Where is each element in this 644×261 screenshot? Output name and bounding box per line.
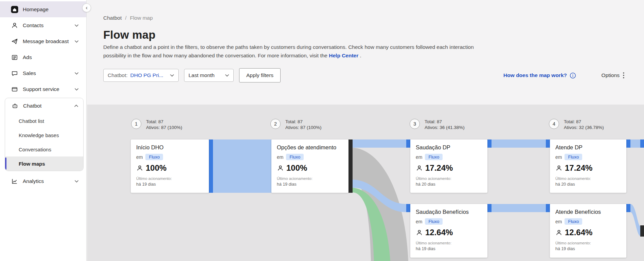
card-last-value: há 19 dias [555, 246, 621, 251]
flow-card-atende-dp[interactable]: Atende DP emFluxo 17.24% Último acioname… [550, 139, 626, 193]
card-em-label: em [555, 219, 562, 224]
ads-icon [11, 54, 18, 61]
description-end: . [360, 53, 361, 58]
sidebar-item-sales[interactable]: Sales [0, 65, 86, 81]
sidebar-item-chatbot[interactable]: Chatbot [5, 98, 83, 114]
sidebar-item-chatbot-list[interactable]: Chatbot list [5, 114, 83, 128]
sidebar-item-ads[interactable]: Ads [0, 49, 86, 65]
person-icon [555, 229, 562, 236]
flow-card-saudacao-beneficios[interactable]: Saudação Benefícios emFluxo 12.64% Últim… [410, 204, 487, 258]
sidebar-item-contacts[interactable]: Contacts [0, 17, 86, 33]
person-icon [416, 165, 423, 172]
flow-card-saudacao-dp[interactable]: Saudação DP emFluxo 17.24% Último aciona… [410, 139, 487, 193]
breadcrumb-separator: / [125, 15, 126, 21]
sidebar-item-message-broadcast[interactable]: Message broadcast [0, 33, 86, 49]
chevron-down-icon [74, 88, 79, 91]
column-total: Total: 87 [564, 119, 604, 125]
sankey-bar-saudacaobeneficios-in [406, 204, 410, 212]
card-title: Atende DP [555, 144, 621, 151]
breadcrumb: Chatbot / Flow map [103, 15, 153, 21]
card-last-value: há 19 dias [136, 182, 203, 187]
apply-filters-button[interactable]: Apply filters [239, 68, 281, 82]
map-help-link[interactable]: How does the map work? [503, 68, 576, 83]
flow-column-header-3: 3 Total: 87 Ativos: 36 (41.38%) [410, 119, 465, 130]
sidebar-item-knowledge-bases[interactable]: Knowledge bases [5, 128, 83, 142]
sidebar-item-homepage[interactable]: Homepage [0, 1, 86, 17]
sankey-bar-saudacaodp-in [406, 139, 410, 148]
chevron-down-icon [170, 74, 174, 77]
sidebar-collapse-button[interactable]: ‹ [82, 3, 91, 12]
sidebar-item-label: Contacts [23, 22, 43, 29]
sidebar-item-flow-maps[interactable]: Flow maps [5, 156, 83, 171]
breadcrumb-chatbot[interactable]: Chatbot [103, 15, 122, 21]
chatbot-select-label: Chatbot: [108, 72, 128, 78]
sidebar-item-label: Support service [23, 86, 59, 92]
person-icon [136, 165, 143, 172]
flow-card-opcoes-atendimento[interactable]: Opções de atendimento emFluxo 100% Últim… [271, 139, 348, 193]
chatbot-select[interactable]: Chatbot: DHO PG Pri... [103, 69, 179, 82]
card-title: Opções de atendimento [277, 144, 343, 151]
sidebar-subitem-label: Flow maps [19, 161, 45, 167]
flow-map-app: Homepage Contacts Message broadcast [0, 0, 644, 261]
card-em-label: em [555, 154, 562, 160]
sankey-bar-atendebeneficios-in [546, 204, 550, 212]
sidebar-chatbot-group: Chatbot Chatbot list Knowledge bases Con… [5, 98, 84, 171]
card-last-label: Último acionamento: [277, 176, 343, 181]
chevron-up-icon [74, 105, 78, 107]
kebab-menu-icon [623, 72, 624, 78]
sankey-bar-atendebeneficios-out [626, 204, 630, 212]
card-percent: 12.64% [565, 228, 592, 237]
sidebar-item-label: Homepage [23, 6, 49, 13]
sidebar-item-support-service[interactable]: Support service [0, 81, 86, 97]
options-label: Options [602, 72, 620, 78]
sankey-bar-saudacaobeneficios-out [487, 204, 491, 212]
sidebar: Homepage Contacts Message broadcast [0, 0, 87, 261]
flow-type-badge: Fluxo [145, 154, 163, 160]
send-icon [11, 38, 18, 45]
card-percent: 100% [286, 163, 307, 173]
card-em-label: em [416, 154, 422, 160]
column-active: Ativos: 87 (100%) [285, 125, 322, 130]
card-last-label: Último acionamento: [555, 176, 621, 181]
column-number-badge: 1 [131, 119, 141, 129]
sidebar-subitem-label: Knowledge bases [19, 132, 59, 138]
column-active: Ativos: 87 (100%) [146, 125, 182, 130]
flow-type-badge: Fluxo [286, 154, 304, 160]
flow-card-atende-beneficios[interactable]: Atende Benefícios emFluxo 12.64% Último … [550, 204, 626, 258]
chat-bubble-icon [11, 70, 18, 77]
chevron-left-icon: ‹ [86, 5, 88, 11]
sidebar-item-conversations[interactable]: Conversations [5, 142, 83, 156]
analytics-icon [11, 178, 18, 185]
help-center-link[interactable]: Help Center [329, 53, 358, 58]
flow-map-canvas: 1 Total: 87 Ativos: 87 (100%) 2 Total: 8… [87, 105, 644, 261]
sankey-bar-next-in [640, 139, 644, 148]
column-active: Ativos: 32 (36.78%) [564, 125, 604, 130]
home-icon [11, 6, 18, 13]
person-icon [11, 22, 18, 29]
person-icon [416, 229, 423, 236]
column-number-badge: 4 [549, 119, 559, 129]
main-content: Chatbot / Flow map Flow map Define a cha… [87, 0, 644, 261]
card-last-value: há 20 dias [555, 182, 621, 187]
card-last-label: Último acionamento: [416, 241, 482, 245]
card-last-label: Último acionamento: [555, 241, 621, 245]
card-percent: 17.24% [565, 163, 592, 173]
person-icon [555, 165, 562, 172]
column-total: Total: 87 [285, 119, 322, 125]
sidebar-item-label: Ads [23, 54, 32, 60]
sankey-bar-opcoes-out [348, 139, 353, 193]
options-menu[interactable]: Options [602, 68, 624, 83]
flow-card-inicio-dho[interactable]: Início DHO emFluxo 100% Último acionamen… [131, 139, 209, 193]
card-em-label: em [136, 154, 143, 160]
card-last-value: há 19 dias [416, 246, 482, 251]
flow-type-badge: Fluxo [425, 154, 443, 160]
flow-column-header-1: 1 Total: 87 Ativos: 87 (100%) [131, 119, 182, 130]
period-select[interactable]: Last month [184, 69, 234, 82]
flow-column-header-2: 2 Total: 87 Ativos: 87 (100%) [270, 119, 322, 130]
chevron-down-icon [74, 72, 79, 75]
card-title: Saudação Benefícios [416, 209, 482, 215]
sankey-band-opcoes-saudacaodp [353, 139, 406, 148]
card-percent: 100% [146, 163, 166, 173]
sidebar-item-analytics[interactable]: Analytics [0, 173, 86, 189]
sankey-bar-atendedp-out [626, 139, 630, 148]
